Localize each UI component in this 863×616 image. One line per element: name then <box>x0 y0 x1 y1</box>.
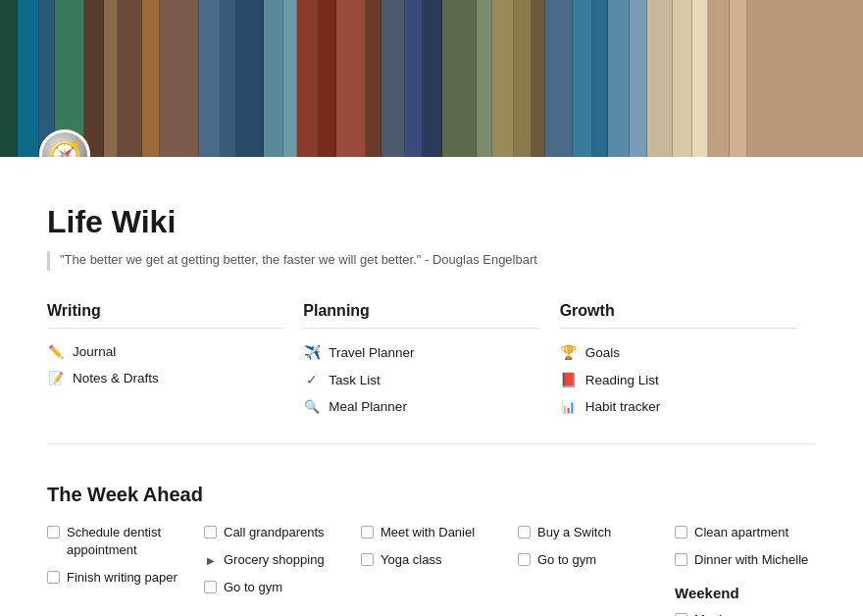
habit-label: Habit tracker <box>585 399 661 414</box>
yoga-label: Yoga class <box>381 551 441 569</box>
week-col-4: Buy a Switch Go to gym <box>518 524 659 616</box>
checkbox-clean-apartment[interactable] <box>675 526 687 539</box>
checkbox-finish-writing[interactable] <box>47 571 60 584</box>
task-item[interactable]: ✓ Task List <box>303 370 539 389</box>
travel-icon: ✈️ <box>303 344 321 360</box>
schedule-dentist-label: Schedule dentist appointment <box>67 524 188 559</box>
task-yoga[interactable]: Yoga class <box>361 551 502 569</box>
meet-daniel-label: Meet with Daniel <box>381 524 475 541</box>
week-grid: Schedule dentist appointment Finish writ… <box>47 524 816 616</box>
go-gym-col4-label: Go to gym <box>537 551 596 569</box>
buy-switch-label: Buy a Switch <box>537 524 611 541</box>
reading-item[interactable]: 📕 Reading List <box>560 370 796 389</box>
checkbox-dinner-michelle[interactable] <box>675 553 687 566</box>
week-col-5: Clean apartment Dinner with Michelle Wee… <box>675 524 816 616</box>
goals-item[interactable]: 🏆 Goals <box>560 342 796 362</box>
journal-item[interactable]: ✏️ Journal <box>47 342 283 361</box>
reading-icon: 📕 <box>560 372 578 387</box>
writing-section: Writing ✏️ Journal 📝 Notes & Drafts <box>47 302 303 424</box>
quote-block: "The better we get at getting better, th… <box>47 250 816 271</box>
task-clean-apartment[interactable]: Clean apartment <box>675 524 816 541</box>
habit-item[interactable]: 📊 Habit tracker <box>560 397 796 416</box>
gym-col2-label: Go to gym <box>224 579 282 596</box>
task-gym-col2[interactable]: Go to gym <box>204 579 345 596</box>
journal-label: Journal <box>73 344 116 359</box>
hero-banner: 🧭 <box>0 0 863 157</box>
task-icon: ✓ <box>303 372 321 387</box>
arrow-icon: ▶ <box>204 554 217 567</box>
meal-label: Meal Planner <box>329 399 407 414</box>
growth-title: Growth <box>560 302 796 329</box>
planning-title: Planning <box>303 302 539 329</box>
reading-label: Reading List <box>585 373 659 387</box>
planning-section: Planning ✈️ Travel Planner ✓ Task List 🔍… <box>303 302 559 424</box>
week-col-2: Call grandparents ▶ Grocery shopping Go … <box>204 524 345 616</box>
notes-label: Notes & Drafts <box>73 371 159 385</box>
checkbox-go-gym-col4[interactable] <box>518 553 531 566</box>
clean-apartment-label: Clean apartment <box>694 524 788 541</box>
sections-grid: Writing ✏️ Journal 📝 Notes & Drafts Plan… <box>47 302 816 444</box>
checkbox-buy-switch[interactable] <box>518 526 531 539</box>
week-section: The Week Ahead Schedule dentist appointm… <box>47 484 816 616</box>
weekend-title: Weekend <box>675 585 816 601</box>
grocery-label: Grocery shopping <box>224 551 325 569</box>
meal-icon: 🔍 <box>303 399 321 414</box>
quote-bar <box>47 251 50 271</box>
goals-icon: 🏆 <box>560 344 578 360</box>
writing-title: Writing <box>47 302 283 329</box>
notes-icon: 📝 <box>47 371 65 385</box>
dinner-michelle-label: Dinner with Michelle <box>694 551 808 569</box>
checkbox-gym-col2[interactable] <box>204 581 217 593</box>
task-meal-prep[interactable]: Meal prep <box>675 611 816 616</box>
checkbox-yoga[interactable] <box>361 553 374 566</box>
goals-label: Goals <box>585 345 620 360</box>
checkbox-meet-daniel[interactable] <box>361 526 374 539</box>
meal-prep-label: Meal prep <box>694 611 751 616</box>
task-call-grandparents[interactable]: Call grandparents <box>204 524 345 541</box>
page-title: Life Wiki <box>47 204 816 240</box>
checkbox-call-grandparents[interactable] <box>204 526 217 539</box>
notes-item[interactable]: 📝 Notes & Drafts <box>47 369 283 387</box>
compass-icon: 🧭 <box>48 139 82 158</box>
task-grocery[interactable]: ▶ Grocery shopping <box>204 551 345 569</box>
task-go-gym-col4[interactable]: Go to gym <box>518 551 659 569</box>
week-col-1: Schedule dentist appointment Finish writ… <box>47 524 188 616</box>
task-buy-switch[interactable]: Buy a Switch <box>518 524 659 541</box>
growth-section: Growth 🏆 Goals 📕 Reading List 📊 Habit tr… <box>560 302 816 424</box>
travel-item[interactable]: ✈️ Travel Planner <box>303 342 539 362</box>
task-meet-daniel[interactable]: Meet with Daniel <box>361 524 502 541</box>
finish-writing-label: Finish writing paper <box>67 569 178 587</box>
week-col-3: Meet with Daniel Yoga class <box>361 524 502 616</box>
pencil-icon: ✏️ <box>47 344 65 359</box>
travel-label: Travel Planner <box>329 345 414 360</box>
task-finish-writing[interactable]: Finish writing paper <box>47 569 188 587</box>
meal-item[interactable]: 🔍 Meal Planner <box>303 397 539 416</box>
quote-text: "The better we get at getting better, th… <box>60 250 537 270</box>
task-schedule-dentist[interactable]: Schedule dentist appointment <box>47 524 188 559</box>
task-dinner-michelle[interactable]: Dinner with Michelle <box>675 551 816 569</box>
call-grandparents-label: Call grandparents <box>224 524 325 541</box>
week-title: The Week Ahead <box>47 484 816 506</box>
checkbox-schedule-dentist[interactable] <box>47 526 60 539</box>
habit-icon: 📊 <box>560 400 578 414</box>
task-label: Task List <box>329 373 381 387</box>
